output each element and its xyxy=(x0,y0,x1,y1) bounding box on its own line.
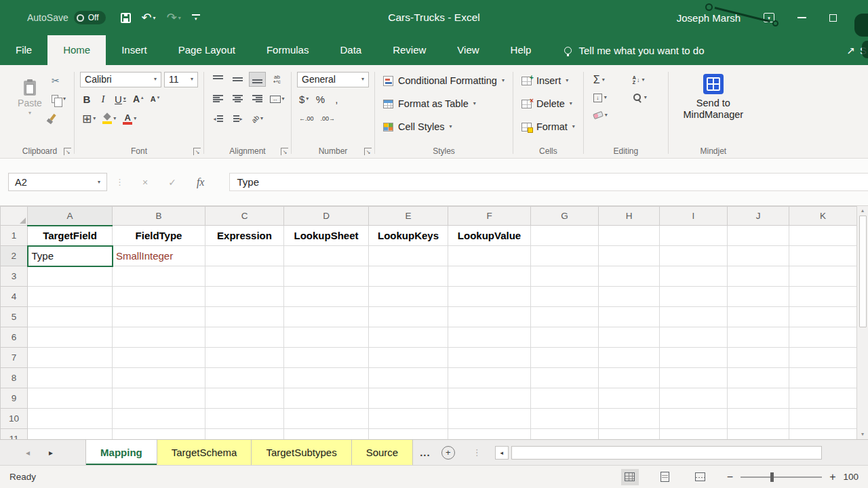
cell-E4[interactable] xyxy=(369,287,448,307)
minimize-icon[interactable] xyxy=(797,17,806,18)
cell-H2[interactable] xyxy=(599,246,660,266)
cut-button[interactable]: ✂ xyxy=(49,74,68,87)
cell-K1[interactable] xyxy=(789,226,857,246)
add-sheet-button[interactable]: + xyxy=(441,446,455,460)
cell-styles-button[interactable]: Cell Styles▾ xyxy=(380,118,507,136)
cell-B5[interactable] xyxy=(113,307,205,327)
cell-I10[interactable] xyxy=(660,409,728,429)
name-box[interactable]: A2 ▾ xyxy=(8,173,107,191)
merge-center-caret[interactable]: ▾ xyxy=(282,96,285,102)
zoom-slider[interactable] xyxy=(741,472,822,482)
column-header-D[interactable]: D xyxy=(284,207,369,226)
vertical-scroll-thumb[interactable] xyxy=(859,216,867,327)
column-header-I[interactable]: I xyxy=(660,207,728,226)
increase-indent-button[interactable]: ▸ xyxy=(229,111,246,126)
decrease-decimal-button[interactable]: .00→ xyxy=(319,111,338,126)
middle-align-button[interactable] xyxy=(229,72,246,87)
cell-H6[interactable] xyxy=(599,327,660,348)
sheet-nav-left[interactable]: ◂ xyxy=(26,448,30,458)
share-button[interactable]: ↗ S xyxy=(846,35,868,65)
page-break-view-button[interactable] xyxy=(692,469,709,485)
formula-bar-splitter[interactable]: ⋮ xyxy=(115,177,124,187)
cell-G5[interactable] xyxy=(531,307,599,327)
cell-J9[interactable] xyxy=(728,388,789,409)
cell-C3[interactable] xyxy=(205,266,284,287)
autosum-button[interactable]: Σ▾ xyxy=(589,75,629,85)
cell-E2[interactable] xyxy=(369,246,448,266)
cell-I7[interactable] xyxy=(660,348,728,368)
cell-A1[interactable]: TargetField xyxy=(28,226,113,246)
menu-tab-home[interactable]: Home xyxy=(47,35,106,65)
italic-button[interactable]: I xyxy=(96,92,110,106)
font-name-combo[interactable]: Calibri▾ xyxy=(80,72,161,87)
borders-button[interactable]: ⊞▾ xyxy=(80,111,98,126)
cell-F2[interactable] xyxy=(448,246,531,266)
font-color-caret[interactable]: ▾ xyxy=(134,116,136,121)
cell-G7[interactable] xyxy=(531,348,599,368)
menu-tab-review[interactable]: Review xyxy=(377,35,441,65)
cell-B3[interactable] xyxy=(113,266,205,287)
cell-F11[interactable] xyxy=(448,429,531,440)
format-painter-button[interactable] xyxy=(49,110,68,124)
cell-C4[interactable] xyxy=(205,287,284,307)
find-caret[interactable]: ▾ xyxy=(644,95,647,100)
cell-K9[interactable] xyxy=(789,388,857,409)
horizontal-scroll-thumb[interactable] xyxy=(511,446,822,460)
cell-E8[interactable] xyxy=(369,368,448,388)
cell-G9[interactable] xyxy=(531,388,599,409)
cell-B10[interactable] xyxy=(113,409,205,429)
cell-G4[interactable] xyxy=(531,287,599,307)
column-header-K[interactable]: K xyxy=(789,207,857,226)
cell-I3[interactable] xyxy=(660,266,728,287)
hscroll-left-arrow[interactable]: ◂ xyxy=(495,446,509,460)
cell-I1[interactable] xyxy=(660,226,728,246)
sort-filter-button[interactable]: AZ↓▾ xyxy=(629,75,663,85)
column-header-J[interactable]: J xyxy=(728,207,789,226)
orientation-button[interactable]: ab▾ xyxy=(249,111,266,126)
cell-E7[interactable] xyxy=(369,348,448,368)
cell-E10[interactable] xyxy=(369,409,448,429)
scroll-up-arrow[interactable]: ▴ xyxy=(861,208,864,214)
decrease-indent-button[interactable]: ◂ xyxy=(210,111,226,126)
cell-I5[interactable] xyxy=(660,307,728,327)
cell-J11[interactable] xyxy=(728,429,789,440)
maximize-icon[interactable] xyxy=(829,14,837,22)
cell-A6[interactable] xyxy=(28,327,113,348)
format-as-table-button[interactable]: Format as Table▾ xyxy=(380,95,507,113)
cell-H5[interactable] xyxy=(599,307,660,327)
cell-C2[interactable] xyxy=(205,246,284,266)
menu-tab-help[interactable]: Help xyxy=(495,35,547,65)
paste-button[interactable]: Paste ▾ xyxy=(11,77,49,116)
paste-dropdown-caret[interactable]: ▾ xyxy=(28,110,31,116)
cell-C1[interactable]: Expression xyxy=(205,226,284,246)
cell-D9[interactable] xyxy=(284,388,369,409)
cell-C7[interactable] xyxy=(205,348,284,368)
row-header-3[interactable]: 3 xyxy=(1,266,28,287)
bold-button[interactable]: B xyxy=(80,92,94,106)
fill-button[interactable]: ↓▾ xyxy=(589,94,629,102)
column-header-A[interactable]: A xyxy=(28,207,113,226)
autosave-toggle[interactable]: Off xyxy=(74,11,106,24)
cell-A7[interactable] xyxy=(28,348,113,368)
cell-H1[interactable] xyxy=(599,226,660,246)
sheet-nav-right[interactable]: ▸ xyxy=(49,448,53,458)
cell-A5[interactable] xyxy=(28,307,113,327)
cell-G1[interactable] xyxy=(531,226,599,246)
menu-tab-view[interactable]: View xyxy=(441,35,494,65)
menu-tab-file[interactable]: File xyxy=(0,35,47,65)
cell-E1[interactable]: LookupKeys xyxy=(369,226,448,246)
fill-color-caret[interactable]: ▾ xyxy=(113,116,116,121)
cell-D4[interactable] xyxy=(284,287,369,307)
row-header-8[interactable]: 8 xyxy=(1,368,28,388)
fill-caret[interactable]: ▾ xyxy=(604,95,607,100)
cell-H11[interactable] xyxy=(599,429,660,440)
cell-H9[interactable] xyxy=(599,388,660,409)
cell-A10[interactable] xyxy=(28,409,113,429)
cell-C10[interactable] xyxy=(205,409,284,429)
cell-B2[interactable]: SmallInteger xyxy=(113,246,205,266)
cell-C8[interactable] xyxy=(205,368,284,388)
undo-dropdown-caret[interactable]: ▾ xyxy=(153,15,156,21)
percent-style-button[interactable]: % xyxy=(313,92,327,106)
cell-D11[interactable] xyxy=(284,429,369,440)
cell-B6[interactable] xyxy=(113,327,205,348)
